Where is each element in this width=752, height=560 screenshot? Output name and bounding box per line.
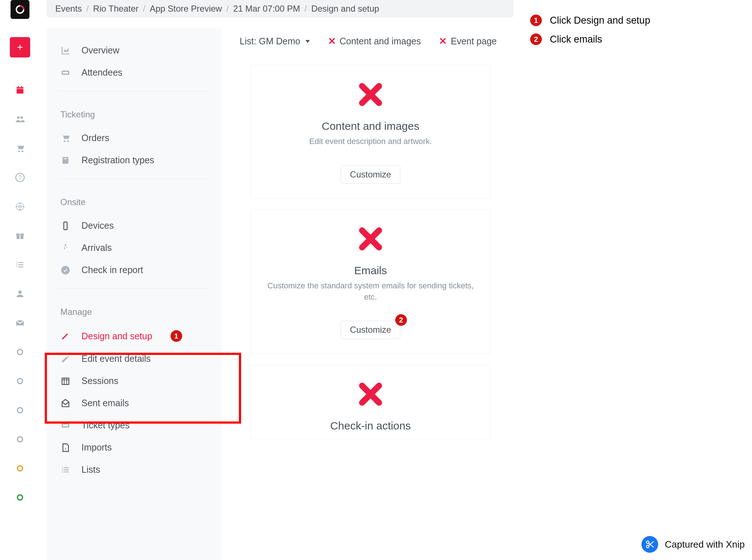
sidebar-item-arrivals[interactable]: Arrivals (57, 237, 211, 259)
header-content-images[interactable]: ✕ Content and images (328, 36, 421, 47)
svg-point-23 (17, 495, 23, 500)
crumb-design[interactable]: Design and setup (311, 4, 379, 14)
sidebar-item-label: Overview (81, 45, 119, 56)
people-icon[interactable] (13, 112, 27, 127)
customize-button[interactable]: Customize (341, 321, 400, 339)
sidebar-item-label: Edit event details (81, 353, 151, 364)
svg-point-26 (64, 140, 65, 142)
svg-rect-1 (18, 86, 19, 88)
card-emails: Emails Customize the standard system ema… (251, 209, 491, 354)
sidebar-item-label: Arrivals (81, 243, 112, 253)
circle-icon-2[interactable] (13, 374, 27, 388)
circle-icon-3[interactable] (13, 403, 27, 417)
app-logo[interactable] (11, 0, 29, 19)
card-title: Check-in actions (265, 420, 476, 432)
customize-button[interactable]: Customize (341, 165, 400, 184)
sidebar-item-label: Check in report (81, 265, 143, 275)
help-icon[interactable]: ? (13, 170, 27, 185)
brush-icon (60, 331, 71, 341)
crumb-rio[interactable]: Rio Theater (93, 4, 139, 14)
sidebar-item-overview[interactable]: Overview (57, 39, 211, 61)
card-content-images: Content and images Edit event descriptio… (251, 65, 491, 199)
gift-icon[interactable] (13, 228, 27, 243)
svg-point-16 (18, 291, 21, 294)
sidebar-item-label: Sessions (81, 376, 118, 386)
circle-icon-5[interactable] (13, 461, 27, 476)
svg-rect-29 (64, 158, 67, 159)
ticket-icon (60, 68, 71, 78)
header-event-page[interactable]: ✕ Event page (439, 36, 497, 47)
sidebar-item-attendees[interactable]: Attendees (57, 61, 211, 84)
circle-icon-6[interactable] (13, 490, 27, 505)
step-badge-1: 1 (530, 15, 542, 26)
sidebar-item-label: Ticket types (81, 420, 129, 431)
svg-rect-12 (20, 233, 20, 239)
chart-line-icon (60, 45, 71, 56)
sidebar-item-edit-event[interactable]: Edit event details (57, 348, 211, 370)
svg-point-21 (17, 437, 23, 442)
svg-rect-25 (63, 72, 68, 73)
sidebar-item-lists[interactable]: Lists (57, 459, 211, 481)
edit-icon (60, 354, 71, 364)
sidebar-item-ticket-types[interactable]: Ticket types (57, 414, 211, 436)
svg-point-6 (22, 151, 24, 152)
annotation-badge-1: 1 (171, 330, 182, 342)
step-badge-2: 2 (530, 33, 542, 45)
sidebar-item-regtypes[interactable]: Registration types (57, 149, 211, 171)
svg-point-4 (20, 116, 23, 119)
sidebar-item-label: Sent emails (81, 398, 129, 408)
sidebar-item-devices[interactable]: Devices (57, 215, 211, 237)
envelope-open-icon (60, 398, 71, 408)
x-icon: ✕ (439, 36, 447, 47)
x-icon (356, 80, 385, 109)
walk-icon (60, 243, 71, 253)
cart-icon (60, 133, 71, 143)
card-desc: Customize the standard system emails for… (265, 280, 476, 303)
sidebar-item-design[interactable]: Design and setup 1 (57, 324, 211, 348)
sidebar-item-label: Design and setup (81, 331, 152, 341)
mail-icon[interactable] (13, 316, 27, 330)
card-desc: Edit event description and artwork. (265, 136, 476, 147)
book-icon (60, 155, 71, 165)
list-dropdown[interactable]: List: GM Demo (240, 36, 310, 47)
calendar-icon[interactable] (13, 83, 27, 97)
svg-point-19 (17, 379, 23, 384)
x-icon (356, 224, 385, 253)
crumb-appstore[interactable]: App Store Preview (150, 4, 222, 14)
caret-down-icon (305, 40, 310, 43)
svg-rect-2 (21, 86, 22, 88)
x-icon (356, 380, 385, 409)
crumb-date[interactable]: 21 Mar 07:00 PM (233, 4, 300, 14)
sidebar-item-orders[interactable]: Orders (57, 127, 211, 149)
sidebar-item-imports[interactable]: x Imports (57, 436, 211, 459)
sidebar-item-label: Lists (81, 464, 100, 475)
cart-icon[interactable] (13, 141, 27, 156)
sidebar-item-sessions[interactable]: Sessions (57, 370, 211, 392)
heading-ticketing: Ticketing (57, 99, 211, 127)
heading-onsite: Onsite (57, 186, 211, 215)
crumb-events[interactable]: Events (55, 4, 82, 14)
scissors-icon (641, 536, 658, 553)
circle-icon-4[interactable] (13, 432, 27, 447)
list-ol-icon[interactable]: 123 (13, 257, 27, 272)
captured-watermark: Captured with Xnip (641, 536, 745, 553)
svg-point-32 (61, 266, 69, 274)
add-button[interactable] (10, 37, 30, 57)
sidebar: Overview Attendees Ticketing Orders Regi… (47, 28, 221, 560)
sidebar-item-label: Devices (81, 220, 114, 231)
svg-text:?: ? (18, 174, 21, 181)
sidebar-item-checkin[interactable]: Check in report (57, 259, 211, 281)
breadcrumb: Events / Rio Theater / App Store Preview… (47, 0, 513, 17)
globe-icon[interactable] (13, 199, 27, 214)
svg-text:3: 3 (16, 265, 18, 268)
svg-point-22 (17, 466, 23, 471)
svg-point-31 (65, 244, 67, 246)
file-x-icon: x (60, 443, 71, 453)
circle-icon-1[interactable] (13, 345, 27, 359)
svg-rect-28 (63, 157, 68, 164)
user-icon[interactable] (13, 287, 27, 301)
calendar-grid-icon (60, 376, 71, 386)
list-icon (60, 465, 71, 475)
icon-rail: ? 123 (0, 0, 40, 560)
sidebar-item-sent-emails[interactable]: Sent emails (57, 392, 211, 414)
